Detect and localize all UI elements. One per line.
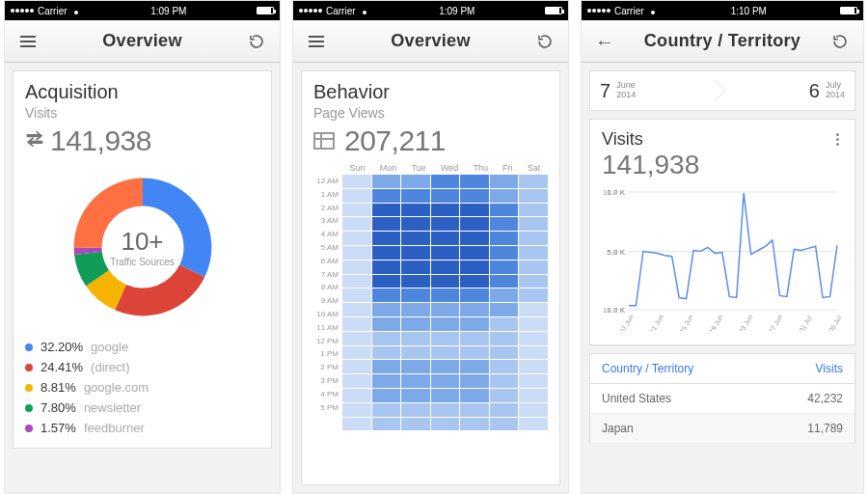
heatmap-cell: [460, 389, 489, 402]
back-button[interactable]: ←: [591, 28, 618, 55]
legend-source: google.com: [84, 380, 149, 395]
hamburger-icon: [309, 36, 324, 47]
page-title: Overview: [102, 31, 181, 51]
visits-chart-card[interactable]: Visits 141,938 11.7 K5.8 K0.0 K11.7 K5.8…: [589, 119, 855, 345]
legend-swatch-icon: [25, 404, 33, 412]
heatmap-cell: [401, 418, 430, 431]
wifi-icon: [71, 7, 81, 14]
heatmap-cell: [372, 189, 401, 203]
legend-pct: 32.20%: [41, 340, 83, 354]
acquisition-card[interactable]: Acquisition Visits 141,938 10+ Traffic S…: [13, 70, 272, 449]
menu-button[interactable]: [14, 28, 41, 55]
svg-text:01 Jul: 01 Jul: [798, 315, 813, 331]
heatmap-cell: [342, 204, 371, 217]
heatmap-cell: [519, 389, 548, 402]
heatmap-hour-labels: 12 AM1 AM2 AM3 AM4 AM5 AM6 AM7 AM8 AM9 A…: [313, 175, 342, 430]
refresh-button[interactable]: [243, 28, 270, 55]
heatmap[interactable]: 12 AM1 AM2 AM3 AM4 AM5 AM6 AM7 AM8 AM9 A…: [313, 175, 548, 430]
heatmap-cell: [460, 175, 489, 188]
legend-item[interactable]: 24.41%(direct): [25, 357, 259, 377]
legend-item[interactable]: 32.20%google: [25, 337, 259, 357]
legend-item[interactable]: 7.80%newsletter: [25, 398, 259, 418]
heatmap-cell: [401, 246, 430, 260]
behavior-card[interactable]: Behavior Page Views 207,211 SunMonTueWed…: [301, 70, 560, 485]
heatmap-cell: [401, 189, 430, 203]
heatmap-cell: [372, 275, 401, 288]
heatmap-cell: [342, 232, 371, 245]
heatmap-cell: [372, 332, 401, 345]
heatmap-cell: [490, 189, 519, 203]
heatmap-cell: [519, 175, 548, 188]
heatmap-cell: [519, 403, 548, 417]
heatmap-cell: [490, 217, 519, 231]
heatmap-cell: [519, 360, 548, 373]
traffic-sources-donut[interactable]: 10+ Traffic Sources: [61, 165, 225, 329]
heatmap-cell: [401, 175, 430, 188]
heatmap-cell: [372, 389, 401, 402]
heatmap-cell: [519, 204, 548, 217]
clock: 1:09 PM: [439, 6, 475, 16]
visits-value: 141,938: [50, 124, 151, 157]
table-row[interactable]: United States42,232: [589, 384, 855, 414]
wifi-icon: [360, 7, 369, 14]
heatmap-cell: [401, 204, 430, 217]
heatmap-cell: [431, 261, 460, 274]
heatmap-cell: [342, 346, 371, 360]
heatmap-cell: [342, 389, 371, 402]
back-arrow-icon: ←: [595, 32, 614, 51]
heatmap-cell: [460, 204, 489, 217]
legend-swatch-icon: [25, 364, 33, 371]
legend-source: (direct): [91, 360, 129, 374]
heatmap-cell: [342, 189, 371, 203]
svg-text:19 Jun: 19 Jun: [708, 314, 724, 331]
heatmap-cell: [372, 374, 401, 388]
heatmap-cell: [490, 317, 519, 331]
pageviews-icon: [313, 132, 335, 150]
heatmap-cell: [342, 217, 371, 231]
refresh-icon: [536, 33, 554, 50]
legend-swatch-icon: [25, 384, 33, 392]
heatmap-cell: [431, 403, 460, 417]
heatmap-cell: [401, 288, 430, 302]
legend-pct: 7.80%: [41, 400, 76, 415]
heatmap-cell: [519, 189, 548, 203]
legend-pct: 24.41%: [41, 360, 83, 374]
heatmap-cell: [431, 360, 460, 373]
legend-item[interactable]: 8.81%google.com: [25, 377, 259, 398]
heatmap-cell: [372, 175, 401, 188]
phone-overview-behavior: Carrier 1:09 PM Overview Behavior Page V…: [292, 0, 569, 494]
nav-bar: Overview: [5, 20, 280, 63]
visits-line-chart[interactable]: 11.7 K5.8 K0.0 K11.7 K5.8 K0.0 K07 Jun11…: [602, 186, 843, 335]
menu-button[interactable]: [303, 28, 330, 55]
heatmap-cell: [490, 246, 519, 260]
heatmap-cell: [460, 261, 489, 274]
refresh-button[interactable]: [531, 28, 558, 55]
legend-source: google: [91, 340, 128, 354]
card-title: Behavior: [313, 81, 548, 103]
signal-dots-icon: [11, 9, 34, 13]
heatmap-cell: [431, 246, 460, 260]
more-button[interactable]: [832, 129, 843, 150]
heatmap-cell: [401, 261, 430, 274]
legend-source: feedburner: [84, 421, 145, 435]
heatmap-cell: [342, 332, 371, 345]
date-range-selector[interactable]: 7 June2014 6 July2014: [589, 70, 855, 111]
row-label: Japan: [602, 422, 634, 435]
country-table-header[interactable]: Country / Territory Visits: [589, 353, 855, 384]
pageviews-value: 207,211: [344, 124, 446, 157]
heatmap-cell: [401, 317, 430, 331]
phone-country-territory: Carrier 1:10 PM ← Country / Territory 7 …: [581, 0, 864, 494]
row-label: United States: [602, 392, 671, 405]
heatmap-cell: [342, 303, 371, 316]
heatmap-cell: [519, 418, 548, 431]
heatmap-cell: [519, 303, 548, 316]
refresh-button[interactable]: [827, 28, 854, 55]
card-title: Visits: [602, 129, 699, 150]
legend-item[interactable]: 1.57%feedburner: [25, 418, 259, 438]
svg-text:11.7 K: 11.7 K: [603, 188, 626, 197]
heatmap-cell: [460, 317, 489, 331]
table-row[interactable]: Japan11,789: [589, 414, 855, 444]
heatmap-cell: [490, 374, 519, 388]
page-title: Overview: [391, 31, 470, 51]
legend-source: newsletter: [84, 400, 141, 415]
